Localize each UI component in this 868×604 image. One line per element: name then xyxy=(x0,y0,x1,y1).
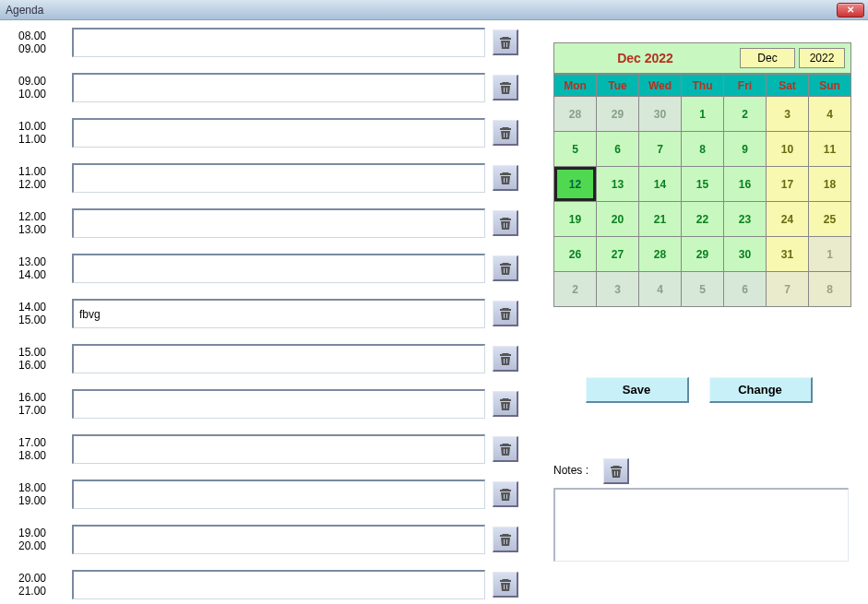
notes-row: Notes : xyxy=(553,456,851,484)
slot-input[interactable] xyxy=(72,570,485,599)
calendar-day-cell[interactable]: 7 xyxy=(639,132,682,167)
calendar-day-cell[interactable]: 25 xyxy=(809,202,851,237)
slot-input[interactable] xyxy=(72,208,485,238)
slot-clear-button[interactable] xyxy=(493,165,518,191)
calendar-day-cell[interactable]: 6 xyxy=(597,132,639,167)
calendar-day-cell[interactable]: 28 xyxy=(554,97,597,132)
slot-input[interactable] xyxy=(72,118,485,148)
trash-icon xyxy=(498,35,513,50)
slot-clear-button[interactable] xyxy=(493,255,518,281)
notes-clear-button[interactable] xyxy=(603,458,629,484)
calendar-day-cell[interactable]: 26 xyxy=(554,237,597,272)
calendar-day-cell[interactable]: 15 xyxy=(682,167,724,202)
calendar-day-cell[interactable]: 12 xyxy=(554,167,597,202)
calendar-day-cell[interactable]: 3 xyxy=(597,272,639,307)
calendar-header: Dec 2022 Dec 2022 xyxy=(553,42,851,74)
slot-input[interactable] xyxy=(72,344,485,373)
calendar-day-cell[interactable]: 2 xyxy=(554,272,597,307)
calendar-day-cell[interactable]: 22 xyxy=(682,202,724,237)
calendar-day-cell[interactable]: 18 xyxy=(809,167,851,202)
calendar-day-cell[interactable]: 23 xyxy=(724,202,767,237)
calendar-day-cell[interactable]: 24 xyxy=(767,202,809,237)
agenda-slot: 10.0011.00 xyxy=(18,118,535,151)
slot-clear-button[interactable] xyxy=(493,572,518,598)
calendar-day-cell[interactable]: 1 xyxy=(809,237,851,272)
calendar-day-cell[interactable]: 4 xyxy=(639,272,682,307)
calendar-day-cell[interactable]: 19 xyxy=(554,202,597,237)
calendar-day-cell[interactable]: 30 xyxy=(639,97,682,132)
slot-clear-button[interactable] xyxy=(493,210,518,236)
trash-icon xyxy=(498,577,513,592)
slot-time-label: 10.0011.00 xyxy=(18,118,68,146)
calendar-day-header: Thu xyxy=(682,75,724,97)
calendar-day-cell[interactable]: 8 xyxy=(682,132,724,167)
change-button[interactable]: Change xyxy=(709,377,813,403)
slot-time-label: 20.0021.00 xyxy=(18,570,68,598)
slot-clear-button[interactable] xyxy=(493,481,518,507)
notes-input[interactable] xyxy=(553,488,849,562)
calendar-day-cell[interactable]: 8 xyxy=(809,272,851,307)
calendar-day-cell[interactable]: 27 xyxy=(597,237,639,272)
calendar-day-header: Wed xyxy=(639,75,682,97)
agenda-slot: 16.0017.00 xyxy=(18,389,535,422)
calendar-day-header: Fri xyxy=(724,75,767,97)
calendar-day-cell[interactable]: 10 xyxy=(767,132,809,167)
calendar-day-cell[interactable]: 5 xyxy=(554,132,597,167)
slot-time-label: 12.0013.00 xyxy=(18,208,68,236)
calendar-day-cell[interactable]: 29 xyxy=(597,97,639,132)
calendar-day-cell[interactable]: 4 xyxy=(809,97,851,132)
slot-input[interactable] xyxy=(72,28,485,57)
slot-input[interactable] xyxy=(72,299,485,328)
calendar-day-header: Mon xyxy=(554,75,597,97)
slot-input[interactable] xyxy=(72,389,485,419)
calendar-day-cell[interactable]: 17 xyxy=(767,167,809,202)
calendar-day-cell[interactable]: 31 xyxy=(767,237,809,272)
trash-icon xyxy=(498,80,513,95)
calendar-day-cell[interactable]: 13 xyxy=(597,167,639,202)
save-button[interactable]: Save xyxy=(586,377,689,403)
slot-time-label: 09.0010.00 xyxy=(18,73,68,101)
calendar-day-cell[interactable]: 7 xyxy=(767,272,809,307)
slot-clear-button[interactable] xyxy=(493,301,518,326)
slot-input[interactable] xyxy=(72,480,485,509)
calendar-day-header: Tue xyxy=(597,75,639,97)
slot-input[interactable] xyxy=(72,163,485,193)
calendar-day-cell[interactable]: 9 xyxy=(724,132,767,167)
slot-time-label: 11.0012.00 xyxy=(18,163,68,191)
calendar-day-cell[interactable]: 30 xyxy=(724,237,767,272)
slot-clear-button[interactable] xyxy=(493,391,518,417)
slot-time-label: 19.0020.00 xyxy=(18,525,68,552)
calendar-day-cell[interactable]: 14 xyxy=(639,167,682,202)
calendar-day-cell[interactable]: 5 xyxy=(682,272,724,307)
slot-input[interactable] xyxy=(72,254,485,283)
close-icon: ✕ xyxy=(847,5,854,15)
slot-input[interactable] xyxy=(72,73,485,102)
month-selector[interactable]: Dec xyxy=(740,48,795,68)
calendar-day-cell[interactable]: 11 xyxy=(809,132,851,167)
slot-clear-button[interactable] xyxy=(493,75,518,101)
slot-input[interactable] xyxy=(72,434,485,464)
slot-clear-button[interactable] xyxy=(493,120,518,146)
calendar-day-cell[interactable]: 29 xyxy=(682,237,724,272)
slot-time-label: 18.0019.00 xyxy=(18,480,68,507)
slot-clear-button[interactable] xyxy=(493,436,518,462)
trash-icon xyxy=(498,532,513,547)
slot-time-label: 17.0018.00 xyxy=(18,434,68,462)
calendar-day-cell[interactable]: 3 xyxy=(767,97,809,132)
calendar-day-cell[interactable]: 1 xyxy=(682,97,724,132)
year-selector[interactable]: 2022 xyxy=(799,48,845,68)
calendar-day-cell[interactable]: 6 xyxy=(724,272,767,307)
slot-input[interactable] xyxy=(72,525,485,554)
trash-icon xyxy=(609,464,624,479)
slot-time-label: 13.0014.00 xyxy=(18,254,68,281)
calendar-day-cell[interactable]: 16 xyxy=(724,167,767,202)
slot-clear-button[interactable] xyxy=(493,527,518,552)
calendar-day-cell[interactable]: 2 xyxy=(724,97,767,132)
slot-clear-button[interactable] xyxy=(493,346,518,372)
calendar-day-cell[interactable]: 28 xyxy=(639,237,682,272)
slot-clear-button[interactable] xyxy=(493,30,518,55)
calendar-day-cell[interactable]: 21 xyxy=(639,202,682,237)
calendar-day-header: Sat xyxy=(767,75,809,97)
close-button[interactable]: ✕ xyxy=(837,3,864,18)
calendar-day-cell[interactable]: 20 xyxy=(597,202,639,237)
